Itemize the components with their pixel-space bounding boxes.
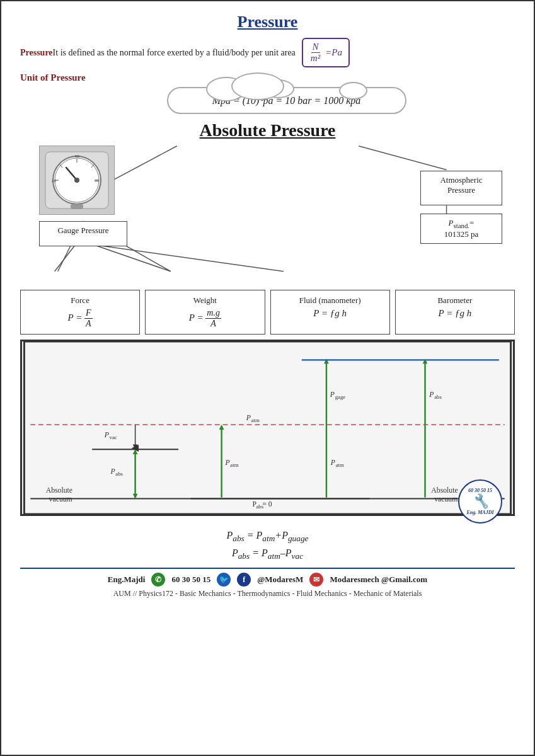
svg-text:P: P: [330, 459, 335, 467]
svg-text:atm: atm: [251, 417, 260, 423]
svg-line-7: [83, 243, 283, 272]
fraction: N m²: [309, 42, 321, 64]
svg-rect-22: [71, 204, 83, 209]
email-address: Modaresmech @Gmail.com: [330, 575, 427, 585]
fluid-box: Fluid (manometer) P = ƒg h: [270, 290, 390, 335]
footer-formulas: Pabs = Patm+Pguage Pabs = Patm–Pvac 60 3…: [20, 530, 515, 561]
svg-text:vacuum: vacuum: [434, 495, 457, 503]
svg-line-1: [359, 146, 446, 170]
svg-text:= 0: = 0: [262, 500, 272, 508]
weight-title: Weight: [152, 295, 258, 306]
definition-line: Pressure It is defined as the normal for…: [20, 38, 515, 67]
barometer-box: Barometer P = ƒg h: [395, 290, 515, 335]
formula1: Pabs = Patm+Pguage: [20, 530, 515, 544]
svg-text:vacuum: vacuum: [49, 495, 72, 503]
page-title: Pressure: [20, 13, 515, 32]
svg-text:abs: abs: [434, 394, 442, 400]
svg-line-5: [55, 243, 77, 272]
twitter-icon: 🐦: [217, 573, 231, 587]
svg-text:80: 80: [95, 178, 100, 183]
def-keyword: Pressure: [20, 48, 53, 58]
pstand-box: Pstand.= 101325 pa: [420, 214, 502, 244]
svg-text:P: P: [246, 414, 251, 422]
subboxes-container: Force P = FA Weight P = m.gA Fluid (mano…: [20, 290, 515, 335]
svg-text:Absolute: Absolute: [431, 486, 457, 495]
svg-text:abs: abs: [115, 471, 123, 477]
pressure-diagram-svg: Absolute vacuum Absolute vacuum P abs = …: [20, 340, 515, 516]
barometer-title: Barometer: [402, 295, 508, 306]
atm-pressure-box: AtmosphericPressure: [420, 171, 502, 205]
svg-text:P: P: [429, 391, 434, 399]
pstand-label: Pstand.= 101325 pa: [444, 218, 479, 239]
diagram-area: 60 20 80 Gauge Pressure AtmosphericPress…: [20, 146, 515, 335]
svg-text:P: P: [104, 431, 109, 439]
force-title: Force: [27, 295, 133, 306]
pa-label: Pa: [331, 47, 342, 58]
cloud: Mpa = (10)⁶pa = 10 bar = 1000 kpa: [167, 87, 406, 114]
contact-line: Eng.Majdi ✆ 60 30 50 15 🐦 f @ModaresM ✉ …: [20, 573, 515, 587]
svg-text:P: P: [110, 467, 115, 476]
frac-denominator: m²: [309, 53, 321, 64]
formula2: Pabs = Patm–Pvac: [20, 547, 515, 561]
svg-text:60: 60: [75, 154, 80, 159]
svg-text:vac: vac: [109, 434, 117, 440]
def-text: It is defined as the normal force exerte…: [53, 48, 296, 58]
cloud-container: Mpa = (10)⁶pa = 10 bar = 1000 kpa: [58, 87, 515, 114]
fluid-formula: P = ƒg h: [277, 308, 383, 319]
abs-pressure-title: Absolute Pressure: [20, 120, 515, 140]
logo-name: Eng. MAJDI: [466, 510, 493, 515]
svg-text:gage: gage: [335, 394, 346, 400]
svg-text:atm: atm: [230, 462, 238, 468]
page: Pressure Pressure It is defined as the n…: [0, 0, 535, 756]
course-line: AUM // Physics172 - Basic Mechanics - Th…: [20, 589, 515, 598]
gauge-svg: 60 20 80: [42, 149, 112, 212]
gauge-label: Gauge Pressure: [57, 226, 108, 235]
force-formula: P = FA: [27, 308, 133, 329]
svg-point-21: [74, 178, 79, 183]
bottom-bar: Eng.Majdi ✆ 60 30 50 15 🐦 f @ModaresM ✉ …: [20, 568, 515, 598]
fluid-title: Fluid (manometer): [277, 295, 383, 306]
equals-sign: =: [325, 47, 331, 58]
whatsapp-icon: ✆: [151, 573, 165, 587]
barometer-formula: P = ƒg h: [402, 308, 508, 319]
svg-text:P: P: [330, 391, 335, 399]
email-icon: ✉: [309, 573, 323, 587]
gauge-image: 60 20 80: [39, 146, 115, 215]
phone-number: 60 30 50 15: [171, 575, 210, 585]
svg-line-6: [89, 243, 170, 272]
weight-formula: P = m.gA: [152, 308, 258, 329]
contact-name: Eng.Majdi: [108, 575, 146, 585]
svg-text:Absolute: Absolute: [46, 486, 72, 495]
svg-text:atm: atm: [336, 462, 344, 468]
social-handle: @ModaresM: [257, 575, 303, 585]
svg-text:P: P: [224, 459, 229, 467]
logo-icon: 🔧: [472, 493, 489, 510]
facebook-icon: f: [237, 573, 251, 587]
logo-circle: 60 30 50 15 🔧 Eng. MAJDI: [458, 479, 502, 524]
gauge-pressure-box: Gauge Pressure: [39, 221, 127, 246]
weight-box: Weight P = m.gA: [145, 290, 265, 335]
frac-numerator: N: [311, 42, 320, 53]
unit-fraction: N m² = Pa: [302, 38, 350, 67]
atm-label: AtmosphericPressure: [440, 175, 482, 195]
force-box: Force P = FA: [20, 290, 140, 335]
svg-text:20: 20: [52, 178, 57, 183]
